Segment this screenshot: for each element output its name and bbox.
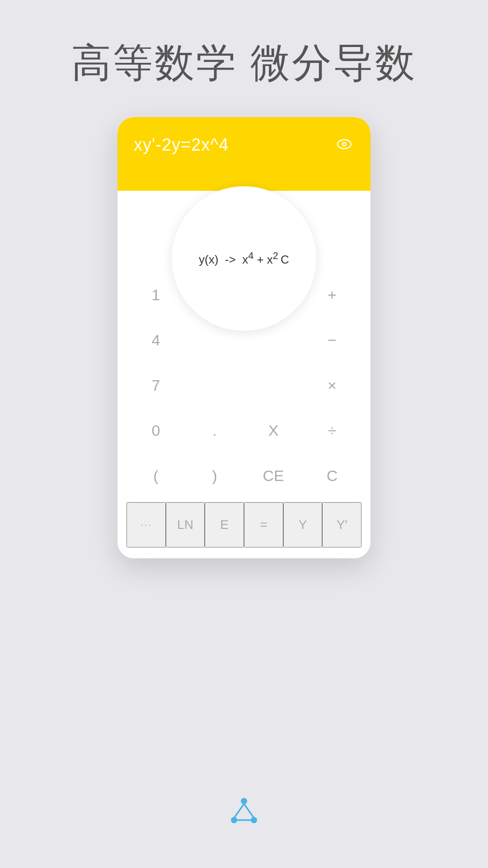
key-open-paren[interactable]: ( <box>127 453 185 498</box>
result-circle: y(x) -> x4 + x2 C <box>172 186 316 331</box>
key-yprime[interactable]: Y' <box>322 502 361 547</box>
calc-body: y(x) -> x4 + x2 C 1 2 3 + 4 − 7 × 0 . X … <box>117 191 371 558</box>
key-ce[interactable]: CE <box>244 453 303 498</box>
calculator-card: xy'-2y=2x^4 y(x) -> x4 + x2 C 1 2 3 + <box>117 117 371 558</box>
special-row: ··· LN E = Y Y' <box>127 502 361 547</box>
svg-point-2 <box>343 143 346 146</box>
svg-line-7 <box>244 804 253 817</box>
svg-line-6 <box>235 804 244 817</box>
key-x[interactable]: X <box>244 408 303 453</box>
key-divide[interactable]: ÷ <box>303 408 361 453</box>
expression-display: xy'-2y=2x^4 <box>134 135 229 154</box>
key-e[interactable]: E <box>205 502 244 547</box>
result-formula: y(x) -> x4 + x2 C <box>199 248 289 269</box>
key-c[interactable]: C <box>303 453 361 498</box>
app-icon <box>226 794 262 830</box>
key-close-paren[interactable]: ) <box>185 453 244 498</box>
page-title: 高等数学 微分导数 <box>71 36 417 90</box>
calc-header: xy'-2y=2x^4 <box>117 117 371 191</box>
key-7[interactable]: 7 <box>127 363 185 408</box>
key-4[interactable]: 4 <box>127 317 185 363</box>
app-icon-container <box>226 794 262 832</box>
key-minus[interactable]: − <box>303 317 361 363</box>
key-multiply[interactable]: × <box>303 363 361 408</box>
eye-icon[interactable] <box>334 134 354 154</box>
key-dot[interactable]: . <box>185 408 244 453</box>
key-9[interactable] <box>244 363 303 408</box>
key-0[interactable]: 0 <box>127 408 185 453</box>
key-y[interactable]: Y <box>283 502 323 547</box>
key-more[interactable]: ··· <box>127 502 166 547</box>
key-equals[interactable]: = <box>244 502 283 547</box>
key-ln[interactable]: LN <box>166 502 205 547</box>
key-8[interactable] <box>185 363 244 408</box>
